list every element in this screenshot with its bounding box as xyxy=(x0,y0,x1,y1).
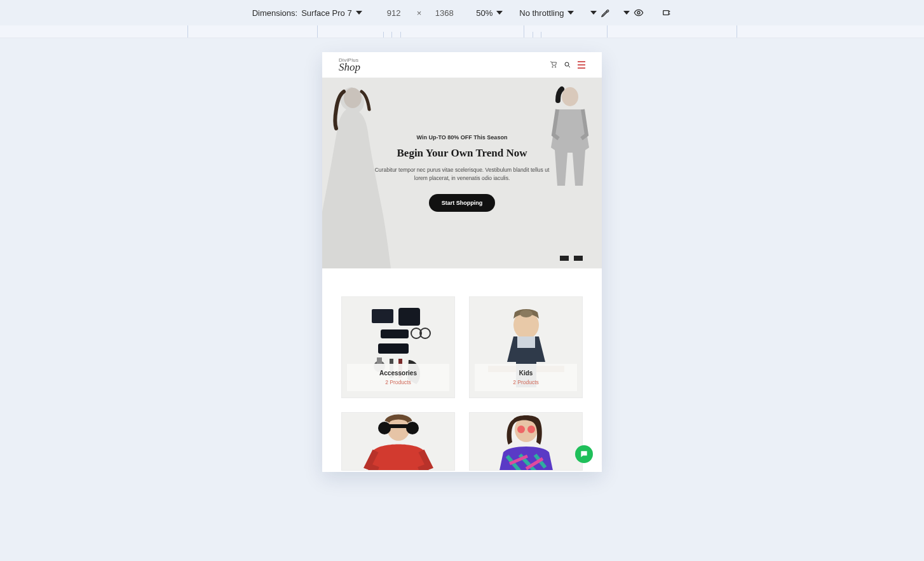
height-input[interactable]: 1368 xyxy=(429,8,459,18)
category-count: 2 Products xyxy=(477,379,574,385)
device-frame: DiviPlus Shop xyxy=(322,52,602,472)
svg-point-0 xyxy=(637,11,640,14)
category-title: Kids xyxy=(477,370,574,377)
svg-rect-7 xyxy=(372,309,393,323)
visibility-icon[interactable] xyxy=(634,8,644,18)
category-grid: Accessories 2 Products xyxy=(322,268,602,471)
throttling-value: No throttling xyxy=(519,8,564,18)
svg-rect-12 xyxy=(378,343,409,354)
svg-rect-9 xyxy=(381,329,409,338)
chat-fab[interactable] xyxy=(575,445,593,463)
chevron-down-icon xyxy=(496,11,503,15)
device-select[interactable]: Dimensions: Surface Pro 7 xyxy=(252,8,362,18)
svg-point-27 xyxy=(517,426,525,433)
hero-title: Begin Your Own Trend Now xyxy=(373,147,551,160)
category-card-kids[interactable]: Kids 2 Products xyxy=(469,296,583,398)
chevron-down-icon xyxy=(356,11,362,15)
ruler xyxy=(0,25,924,38)
svg-point-18 xyxy=(520,310,533,317)
svg-point-28 xyxy=(527,426,535,433)
more-options-icon[interactable] xyxy=(662,8,672,18)
svg-point-2 xyxy=(565,62,569,66)
hero-eyebrow: Win Up-TO 80% OFF This Season xyxy=(373,134,551,141)
zoom-select[interactable]: 50% xyxy=(476,8,503,18)
width-input[interactable]: 912 xyxy=(379,8,409,18)
hero-copy: Win Up-TO 80% OFF This Season Begin Your… xyxy=(367,134,557,212)
search-icon[interactable] xyxy=(564,61,571,69)
category-count: 2 Products xyxy=(350,379,447,385)
site-logo[interactable]: DiviPlus Shop xyxy=(339,58,360,73)
svg-rect-1 xyxy=(663,11,669,15)
hero-section: Win Up-TO 80% OFF This Season Begin Your… xyxy=(322,78,602,268)
category-overlay: Kids 2 Products xyxy=(475,364,577,391)
devtools-device-toolbar: Dimensions: Surface Pro 7 912 × 1368 50%… xyxy=(0,0,924,25)
dimensions-label: Dimensions: xyxy=(252,8,298,18)
toolbar-extra-controls xyxy=(590,8,672,18)
start-shopping-button[interactable]: Start Shopping xyxy=(429,194,496,212)
category-card-partial[interactable] xyxy=(469,412,583,471)
svg-point-4 xyxy=(562,87,578,106)
zoom-value: 50% xyxy=(476,8,493,18)
logo-main-text: Shop xyxy=(339,62,360,73)
svg-rect-5 xyxy=(560,256,569,261)
category-card-partial[interactable] xyxy=(341,412,455,471)
category-thumb xyxy=(470,413,582,470)
svg-rect-8 xyxy=(398,308,420,326)
svg-rect-14 xyxy=(377,357,382,364)
device-name: Surface Pro 7 xyxy=(301,8,352,18)
chevron-down-icon xyxy=(567,11,574,15)
header-actions xyxy=(550,60,585,70)
menu-icon[interactable] xyxy=(578,60,585,70)
times-icon: × xyxy=(417,8,422,18)
site-header: DiviPlus Shop xyxy=(322,52,602,78)
dimensions-inputs: 912 × 1368 xyxy=(379,8,460,18)
svg-rect-25 xyxy=(382,424,415,428)
category-thumb xyxy=(342,413,454,470)
category-card-accessories[interactable]: Accessories 2 Products xyxy=(341,296,455,398)
cart-icon[interactable] xyxy=(550,61,557,69)
chevron-down-icon[interactable] xyxy=(590,11,597,15)
device-viewport-area: DiviPlus Shop xyxy=(0,38,924,561)
svg-point-3 xyxy=(344,88,362,108)
eyedropper-icon[interactable] xyxy=(601,8,611,18)
hero-body: Curabitur tempor nec purus vitae sceleri… xyxy=(373,166,551,183)
svg-rect-19 xyxy=(517,336,535,348)
category-title: Accessories xyxy=(350,370,447,377)
category-overlay: Accessories 2 Products xyxy=(347,364,449,391)
chevron-down-icon[interactable] xyxy=(623,11,630,15)
throttling-select[interactable]: No throttling xyxy=(519,8,574,18)
svg-rect-6 xyxy=(574,256,583,261)
